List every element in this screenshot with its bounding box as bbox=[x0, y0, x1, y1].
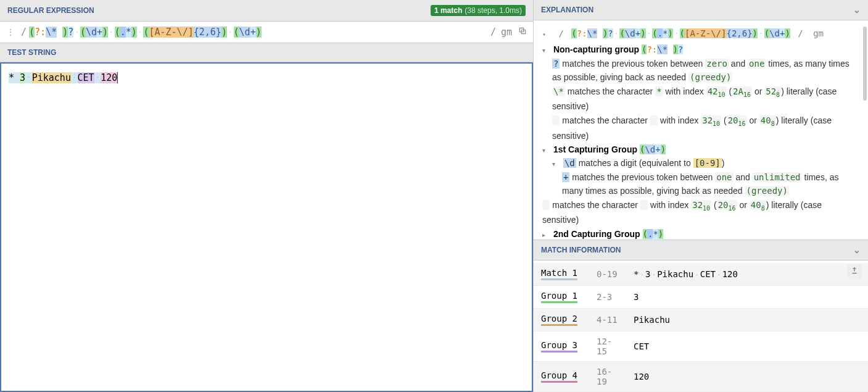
chevron-down-icon[interactable]: ▾ bbox=[542, 30, 548, 40]
table-row[interactable]: Group 312-15CET bbox=[534, 332, 868, 362]
test-string-label: TEST STRING bbox=[7, 48, 56, 57]
match-label: Group 4 bbox=[541, 370, 577, 383]
match-label: Group 2 bbox=[541, 314, 577, 326]
export-icon[interactable] bbox=[847, 264, 862, 278]
regex-header: REGULAR EXPRESSION 1 match (38 steps, 1.… bbox=[0, 0, 533, 22]
match-info-panel: Match 10-19*·3·Pikachu·CET·120Group 12-3… bbox=[534, 261, 868, 392]
match-value: CET bbox=[626, 332, 868, 362]
chevron-down-icon[interactable]: ⌄ bbox=[853, 245, 861, 255]
match-value: Pikachu bbox=[626, 309, 868, 332]
match-range: 0-19 bbox=[589, 263, 626, 286]
scrollbar[interactable] bbox=[863, 27, 867, 101]
chevron-right-icon[interactable]: ▸ bbox=[542, 230, 548, 240]
regex-delimiter-open: / bbox=[21, 27, 27, 38]
explanation-label: EXPLANATION bbox=[541, 6, 593, 14]
table-row[interactable]: Group 24-11Pikachu bbox=[534, 309, 868, 332]
explanation-panel: ▾ / (?:\* )?·(\d+)·(.*)·([A-Z-\/]{2,6})·… bbox=[534, 20, 868, 240]
chevron-down-icon[interactable]: ▾ bbox=[542, 146, 548, 156]
explanation-ncg: ▾ Non-capturing group (?:\* )? ? matches… bbox=[542, 43, 859, 143]
match-value: 120 bbox=[626, 362, 868, 392]
regex-pattern[interactable]: (?:\* )?·(\d+)·(.*)·([A-Z-\/]{2,6})·(\d+… bbox=[29, 27, 488, 38]
regex-flags[interactable]: gm bbox=[501, 27, 512, 38]
explanation-regex-summary: ▾ / (?:\* )?·(\d+)·(.*)·([A-Z-\/]{2,6})·… bbox=[542, 27, 859, 40]
match-info-label: MATCH INFORMATION bbox=[541, 246, 621, 254]
explanation-g2: ▸ 2nd Capturing Group (.*) bbox=[542, 227, 859, 240]
drag-handle-icon[interactable]: ⋮ bbox=[6, 27, 15, 37]
match-range: 12-15 bbox=[589, 332, 626, 362]
match-table: Match 10-19*·3·Pikachu·CET·120Group 12-3… bbox=[534, 263, 868, 392]
table-row[interactable]: Group 416-19120 bbox=[534, 362, 868, 392]
chevron-down-icon[interactable]: ⌄ bbox=[853, 5, 861, 15]
explanation-g1: ▾ 1st Capturing Group (\d+) ▾ \d matches… bbox=[542, 143, 859, 198]
match-value: *·3·Pikachu·CET·120 bbox=[626, 263, 868, 286]
match-range: 2-3 bbox=[589, 286, 626, 309]
match-range: 16-19 bbox=[589, 362, 626, 392]
match-info-header: MATCH INFORMATION ⌄ bbox=[534, 240, 868, 261]
test-string-header: TEST STRING bbox=[0, 43, 533, 62]
match-badge[interactable]: 1 match (38 steps, 1.0ms) bbox=[431, 5, 526, 16]
chevron-down-icon[interactable]: ▾ bbox=[542, 46, 548, 56]
chevron-down-icon[interactable]: ▾ bbox=[552, 159, 558, 169]
match-label: Group 1 bbox=[541, 291, 577, 303]
copy-icon[interactable] bbox=[518, 27, 527, 38]
match-label: Match 1 bbox=[541, 268, 577, 280]
match-label: Group 3 bbox=[541, 340, 577, 352]
explanation-space2: matches the character with index 3210 (2… bbox=[542, 198, 859, 227]
regex-header-label: REGULAR EXPRESSION bbox=[7, 6, 94, 15]
match-value: 3 bbox=[626, 286, 868, 309]
regex-input-bar[interactable]: ⋮ / (?:\* )?·(\d+)·(.*)·([A-Z-\/]{2,6})·… bbox=[0, 22, 533, 43]
regex-delimiter-close: / bbox=[490, 27, 496, 38]
explanation-header: EXPLANATION ⌄ bbox=[534, 0, 868, 20]
match-range: 4-11 bbox=[589, 309, 626, 332]
table-row[interactable]: Group 12-33 bbox=[534, 286, 868, 309]
test-string-input[interactable]: * 3·Pikachu·CET·120 bbox=[0, 62, 533, 392]
table-row[interactable]: Match 10-19*·3·Pikachu·CET·120 bbox=[534, 263, 868, 286]
